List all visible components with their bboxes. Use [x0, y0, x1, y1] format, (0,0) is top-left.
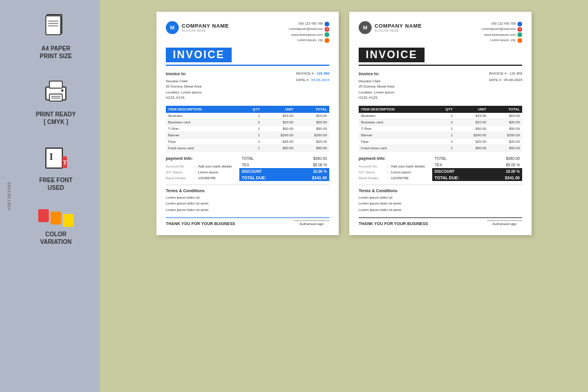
invoice-black: M COMPANY NAME SLOGAN HERE 000 123 456 7…: [349, 12, 532, 235]
row-unit: $25.00: [455, 138, 489, 145]
sign-blue: Authorised sign: [294, 220, 329, 226]
font-icon: I T: [41, 143, 71, 173]
company-text-black: COMPANY NAME SLOGAN HERE: [375, 23, 422, 32]
bill-section-blue: Invoice to: Dwyane Clark 25 Dummy Street…: [166, 71, 329, 101]
payment-row1-black: Account No : Add your bank details: [359, 163, 429, 169]
total-val-blue: $360.00: [313, 156, 328, 160]
company-name-black: COMPANY NAME: [375, 23, 422, 29]
bill-to-blue: Invoice to: Dwyane Clark 25 Dummy Street…: [166, 71, 202, 101]
invoice-header-black: M COMPANY NAME SLOGAN HERE 000 123 456 7…: [359, 21, 522, 43]
web-icon-black: 🌐: [517, 32, 522, 37]
pay-sep3-blue: :: [195, 175, 196, 181]
sign-black: Authorised sign: [487, 220, 522, 226]
inv-num-val-black: 123 456: [509, 72, 522, 75]
row-unit: $50.00: [262, 125, 296, 132]
print-label: PRINT READY[ CMYK ]: [36, 110, 76, 126]
row-desc: T-Shirt: [359, 125, 432, 132]
address-row-black: Lorem ipsum, city 📍: [482, 38, 522, 43]
row-desc: T-Shirt: [166, 125, 239, 132]
table-row: Food menu card1$50.00$50.00: [166, 145, 329, 151]
row-desc: Banner: [166, 132, 239, 138]
email-row-blue: Loremipsum@mail.com ✉: [289, 26, 329, 32]
th-total-blue: TOTAL: [296, 106, 329, 113]
slogan-black: SLOGAN HERE: [375, 29, 422, 32]
due-lbl-black: TOTAL DUE:: [435, 176, 459, 180]
address-text-black: Lorem ipsum, city: [490, 38, 516, 43]
phone-icon-blue: 📞: [325, 22, 329, 26]
terms-line2-black: Lorem ipsum dolor sit amet: [359, 200, 522, 206]
font-label: FREE FONTUSED: [39, 176, 73, 192]
total-lbl-blue: TOTAL: [242, 156, 253, 160]
svg-rect-9: [49, 81, 62, 88]
logo-icon-blue: M: [166, 21, 179, 34]
svg-rect-14: [46, 148, 62, 168]
tex-row-black: TEX $5.00 %: [432, 162, 522, 168]
payment-row3-black: Bank Details : 123456789: [359, 175, 429, 181]
address-row-blue: Lorem ipsum, city 📍: [289, 38, 329, 43]
invoice-title-blue: INVOICE: [166, 48, 232, 62]
pay-key1-black: Account No: [359, 163, 385, 169]
payment-row3-blue: Bank Details : 123456789: [166, 175, 236, 181]
bill-addr3-blue: H123, A123,: [166, 95, 202, 101]
row-qty: 1: [432, 145, 455, 151]
company-logo-black: M COMPANY NAME SLOGAN HERE: [359, 21, 422, 34]
row-total: $50.00: [489, 145, 522, 151]
table-row: Food menu card1$50.00$50.00: [359, 145, 522, 151]
row-unit: $50.00: [455, 145, 489, 151]
bill-addr3-black: H123, A123,: [359, 95, 395, 101]
pay-sep2-black: :: [387, 169, 389, 175]
website-row-blue: www.loremipsum.com 🌐: [289, 32, 329, 38]
row-desc: Business card: [359, 119, 432, 125]
inv-date-val-blue: 05-06-2024: [311, 78, 329, 82]
invoice-title-black: INVOICE: [359, 48, 425, 62]
bill-name-black: Dwyane Clark: [359, 79, 395, 85]
th-desc-black: ITEM DESCRIPTION: [359, 106, 432, 113]
a4-icon: [41, 12, 71, 41]
th-total-black: TOTAL: [489, 106, 522, 113]
website-text-black: www.loremipsum.com: [485, 32, 516, 38]
row-qty: 1: [239, 138, 262, 145]
inv-date-val-black: 05-06-2024: [504, 78, 522, 82]
inv-num-row-black: INVOICE # : 123 456: [489, 71, 522, 77]
row-qty: 2: [432, 119, 455, 125]
sidebar-item-a4: A4 PAPERPRINT SIZE: [36, 12, 76, 60]
sidebar-item-print: PRINT READY[ CMYK ]: [36, 78, 76, 126]
row-desc: Banner: [359, 132, 432, 138]
row-unit: $50.00: [262, 145, 296, 151]
bill-to-label-blue: Invoice to:: [166, 71, 202, 77]
main-content: M COMPANY NAME SLOGAN HERE 000 123 456 7…: [100, 0, 588, 392]
row-unit: $200.00: [262, 132, 296, 138]
row-total: $20.00: [296, 119, 329, 125]
table-row: Flyer1$25.00$25.00: [359, 138, 522, 145]
swatch-yellow: [63, 214, 74, 227]
discount-row-blue: DISCOUNT 10.00 %: [239, 168, 329, 175]
row-total: $15.00: [296, 113, 329, 119]
invoice-footer-blue: THANK YOU FOR YOUR BUSINESS Authorised s…: [166, 217, 329, 226]
row-total: $50.00: [296, 145, 329, 151]
row-desc: Food menu card: [166, 145, 239, 151]
stock-id: #587383489: [7, 182, 11, 210]
th-qty-blue: QTY: [239, 106, 262, 113]
pay-key2-blue: A/C Name: [166, 169, 192, 175]
tex-lbl-blue: TEX: [242, 163, 249, 167]
terms-label-black: Terms & Conditions: [359, 187, 522, 195]
invoice-table-blue: ITEM DESCRIPTION QTY UNIT TOTAL Illustra…: [166, 106, 329, 152]
totals-black: TOTAL $360.00 TEX $5.00 % DISCOUNT 10.00…: [432, 155, 522, 181]
row-desc: Flyer: [166, 138, 239, 145]
inv-date-label-black: DATE # :: [489, 78, 503, 82]
pay-val2-black: Lorem ipsum: [391, 169, 412, 175]
invoice-blue: M COMPANY NAME SLOGAN HERE 000 123 456 7…: [156, 12, 339, 235]
row-qty: 1: [432, 132, 455, 138]
inv-num-val-blue: 123 456: [316, 72, 329, 75]
sign-text-blue: Authorised sign: [299, 222, 323, 226]
left-sidebar: #587383489 A4 PAPERPRINT SIZE: [0, 0, 100, 392]
row-unit: $10.00: [455, 119, 489, 125]
row-unit: $25.00: [262, 138, 296, 145]
pay-val3-black: 123456789: [391, 175, 409, 181]
row-qty: 2: [239, 119, 262, 125]
color-swatches: [38, 209, 74, 227]
pay-sep1-blue: :: [195, 163, 196, 169]
total-val-black: $360.00: [506, 156, 520, 160]
payment-row2-black: A/C Name : Lorem ipsum: [359, 169, 429, 175]
invoice-footer-black: THANK YOU FOR YOUR BUSINESS Authorised s…: [359, 217, 522, 226]
